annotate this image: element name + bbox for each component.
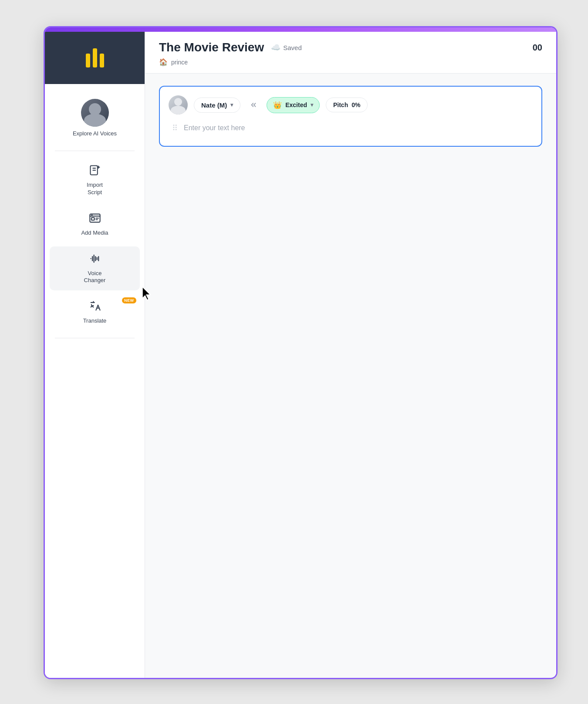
sidebar-item-import-script-label: ImportScript (87, 182, 103, 196)
emotion-label: Excited (285, 101, 307, 108)
nav-divider-1 (55, 151, 135, 151)
collapse-button[interactable] (247, 98, 260, 112)
drag-handle-icon[interactable]: ⠿ (172, 123, 178, 133)
cloud-icon: ☁️ (271, 43, 280, 52)
sidebar-item-translate-label: Translate (83, 317, 107, 325)
pitch-label: Pitch (333, 101, 348, 108)
sidebar-item-add-media-label: Add Media (81, 229, 108, 237)
add-media-icon (89, 212, 101, 226)
sidebar-item-voice-changer[interactable]: VoiceChanger (50, 246, 139, 291)
text-input-area: ⠿ Enter your text here (169, 123, 533, 133)
logo-bar-3 (100, 54, 104, 67)
sidebar-item-add-media[interactable]: Add Media (50, 206, 139, 243)
translate-icon (89, 300, 101, 314)
saved-badge: ☁️ Saved (271, 43, 302, 52)
voice-changer-icon (89, 253, 101, 266)
sidebar-item-translate[interactable]: Translate NEW (50, 294, 139, 331)
emotion-selector[interactable]: 👑 Excited ▾ (267, 97, 320, 113)
project-title: The Movie Review (159, 40, 264, 54)
main-content: The Movie Review ☁️ Saved 00 🏠 prince (145, 32, 556, 678)
svg-point-6 (91, 215, 92, 215)
explore-voices-icon (81, 99, 109, 127)
header-time: 00 (533, 43, 542, 53)
logo-bar-1 (86, 54, 90, 67)
main-header: The Movie Review ☁️ Saved 00 🏠 prince (145, 32, 556, 74)
svg-rect-7 (91, 218, 94, 220)
sidebar-nav: Explore AI Voices ImportScrip (45, 84, 145, 350)
top-gradient-bar (45, 27, 556, 32)
header-top: The Movie Review ☁️ Saved 00 (159, 40, 542, 54)
pitch-value: 0% (351, 101, 360, 108)
import-script-icon (89, 164, 101, 178)
sidebar: Explore AI Voices ImportScrip (45, 32, 145, 678)
mouse-cursor (141, 286, 153, 303)
speaker-selector[interactable]: Nate (M) ▾ (194, 98, 240, 113)
logo-bar-2 (93, 48, 97, 67)
sidebar-item-explore-voices[interactable]: Explore AI Voices (50, 93, 139, 144)
emotion-emoji: 👑 (273, 101, 282, 109)
speaker-avatar (169, 95, 188, 115)
chevron-down-icon: ▾ (230, 102, 233, 108)
sidebar-item-voice-changer-label: VoiceChanger (84, 270, 106, 285)
script-area: Nate (M) ▾ 👑 (145, 74, 556, 678)
pitch-selector[interactable]: Pitch 0% (326, 98, 368, 112)
sidebar-item-explore-voices-label: Explore AI Voices (73, 130, 117, 138)
saved-label: Saved (283, 44, 302, 51)
breadcrumb-user: prince (171, 59, 188, 66)
sidebar-logo-area (45, 32, 145, 84)
nav-divider-2 (55, 338, 135, 338)
new-badge: NEW (122, 297, 136, 303)
sidebar-item-import-script[interactable]: ImportScript (50, 158, 139, 202)
text-placeholder[interactable]: Enter your text here (184, 124, 529, 132)
home-icon: 🏠 (159, 58, 168, 66)
script-block: Nate (M) ▾ 👑 (159, 86, 542, 147)
app-logo (86, 48, 104, 67)
speaker-name: Nate (M) (201, 101, 227, 109)
breadcrumb: 🏠 prince (159, 58, 542, 66)
emotion-chevron-icon: ▾ (311, 102, 313, 108)
script-block-header: Nate (M) ▾ 👑 (169, 95, 533, 115)
